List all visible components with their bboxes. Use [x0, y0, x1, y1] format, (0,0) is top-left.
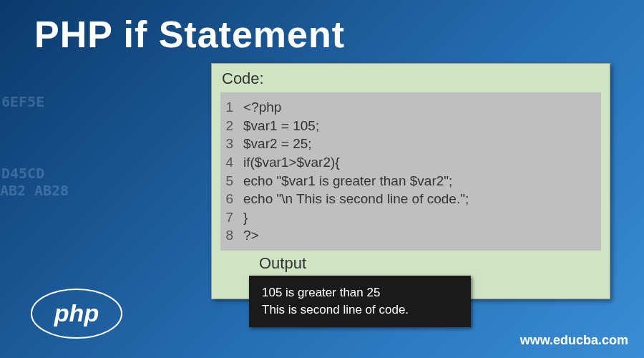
website-url: www.educba.com: [520, 333, 628, 348]
php-logo-text: php: [54, 299, 99, 326]
code-line-7: 7}: [220, 208, 601, 227]
line-num: 5: [220, 172, 240, 190]
output-line-2: This is second line of code.: [262, 301, 458, 319]
line-num: 2: [220, 117, 240, 135]
page-title: PHP if Statement: [34, 13, 345, 56]
bg-hex-2: AB2: [0, 182, 26, 199]
code-block: 1<?php 2$var1 = 105; 3$var2 = 25; 4if($v…: [220, 92, 601, 251]
output-label: Output: [259, 254, 306, 273]
code-label: Code:: [222, 69, 264, 88]
code-line-3: 3$var2 = 25;: [220, 135, 601, 153]
output-box: 105 is greater than 25 This is second li…: [249, 276, 471, 327]
line-code: <?php: [240, 98, 601, 117]
line-num: 1: [220, 98, 240, 117]
bg-hex-3: AB28: [34, 182, 69, 199]
code-line-4: 4if($var1>$var2){: [220, 153, 601, 172]
line-num: 7: [220, 208, 240, 227]
output-line-1: 105 is greater than 25: [262, 284, 458, 301]
line-num: 6: [220, 190, 240, 208]
line-code: ?>: [240, 226, 601, 245]
code-line-8: 8?>: [220, 226, 601, 245]
line-code: echo "$var1 is greater than $var2";: [240, 172, 601, 190]
code-line-2: 2$var1 = 105;: [220, 117, 601, 135]
code-line-6: 6echo "\n This is second line of code.";: [220, 190, 601, 208]
code-line-5: 5echo "$var1 is greater than $var2";: [220, 172, 601, 190]
line-code: $var1 = 105;: [240, 117, 601, 135]
line-code: if($var1>$var2){: [240, 153, 601, 172]
bg-hex-4: 6EF5E: [1, 93, 44, 110]
php-logo: php: [30, 288, 123, 339]
line-code: echo "\n This is second line of code.";: [240, 190, 601, 208]
code-line-1: 1<?php: [220, 98, 601, 117]
bg-hex-1: D45CD: [1, 165, 44, 182]
line-num: 8: [220, 226, 240, 245]
line-code: $var2 = 25;: [240, 135, 601, 153]
code-container: Code: 1<?php 2$var1 = 105; 3$var2 = 25; …: [211, 63, 610, 299]
line-num: 4: [220, 153, 240, 172]
line-code: }: [240, 208, 601, 227]
line-num: 3: [220, 135, 240, 153]
